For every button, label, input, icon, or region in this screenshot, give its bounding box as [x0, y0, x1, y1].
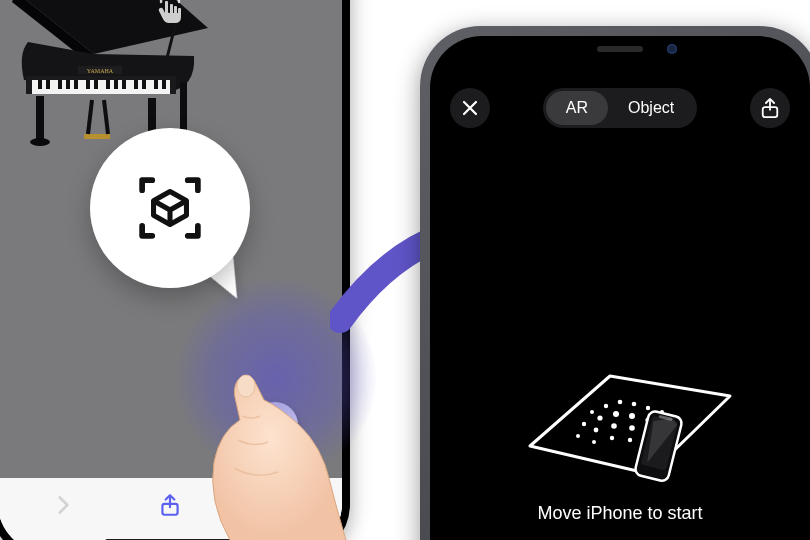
svg-point-41 — [582, 422, 586, 426]
svg-point-48 — [594, 428, 599, 433]
tabs-icon — [264, 492, 290, 518]
svg-point-35 — [590, 410, 594, 414]
close-button[interactable] — [450, 88, 490, 128]
svg-rect-8 — [66, 80, 70, 89]
svg-line-26 — [88, 100, 92, 134]
ar-callout — [90, 128, 250, 288]
ar-scan-illustration — [500, 356, 740, 486]
svg-rect-4 — [32, 80, 170, 94]
svg-point-42 — [597, 415, 602, 420]
svg-rect-17 — [154, 80, 158, 89]
svg-point-38 — [632, 402, 637, 407]
svg-point-54 — [610, 436, 614, 440]
svg-rect-16 — [142, 80, 146, 89]
phone-right: AR Object — [420, 26, 810, 540]
touch-gesture-icon — [149, 0, 191, 30]
svg-rect-18 — [162, 80, 166, 89]
svg-rect-19 — [36, 96, 44, 140]
svg-rect-5 — [38, 80, 42, 89]
svg-rect-21 — [180, 82, 187, 132]
svg-rect-13 — [114, 80, 118, 89]
phone-right-screen: AR Object — [430, 36, 810, 540]
share-icon — [760, 97, 780, 119]
svg-point-55 — [628, 438, 632, 442]
svg-rect-9 — [74, 80, 78, 89]
svg-rect-32 — [272, 501, 286, 515]
svg-rect-10 — [86, 80, 90, 89]
svg-text:YAMAHA: YAMAHA — [87, 68, 114, 74]
tabs-button[interactable] — [258, 486, 296, 524]
svg-point-39 — [646, 406, 650, 410]
back-button[interactable] — [44, 486, 82, 524]
svg-rect-25 — [84, 134, 110, 139]
segment-object[interactable]: Object — [608, 91, 694, 125]
svg-point-37 — [618, 400, 623, 405]
svg-point-53 — [592, 440, 596, 444]
share-button[interactable] — [151, 486, 189, 524]
speaker-grille — [597, 46, 643, 52]
ar-instruction-text: Move iPhone to start — [430, 503, 810, 524]
svg-rect-11 — [94, 80, 98, 89]
share-icon — [157, 492, 183, 518]
arkit-icon — [132, 170, 208, 246]
svg-rect-14 — [122, 80, 126, 89]
svg-line-27 — [104, 100, 108, 134]
front-camera — [667, 44, 677, 54]
close-icon — [461, 99, 479, 117]
segment-ar-label: AR — [566, 99, 588, 117]
svg-point-50 — [629, 425, 635, 431]
svg-point-47 — [576, 434, 580, 438]
ar-view-button[interactable] — [252, 402, 298, 448]
chevron-right-icon — [50, 492, 76, 518]
segment-object-label: Object — [628, 99, 674, 117]
svg-point-44 — [629, 413, 635, 419]
svg-point-22 — [30, 138, 50, 146]
svg-point-49 — [611, 423, 617, 429]
arkit-icon — [262, 412, 288, 438]
bottom-toolbar — [0, 478, 342, 540]
svg-point-36 — [604, 404, 608, 408]
mode-segmented-control[interactable]: AR Object — [543, 88, 697, 128]
segment-ar[interactable]: AR — [546, 91, 608, 125]
notch — [535, 36, 705, 64]
svg-rect-6 — [46, 80, 50, 89]
svg-rect-15 — [134, 80, 138, 89]
svg-rect-7 — [58, 80, 62, 89]
share-button[interactable] — [750, 88, 790, 128]
svg-rect-12 — [106, 80, 110, 89]
ar-topbar: AR Object — [430, 88, 810, 128]
svg-point-43 — [613, 411, 619, 417]
